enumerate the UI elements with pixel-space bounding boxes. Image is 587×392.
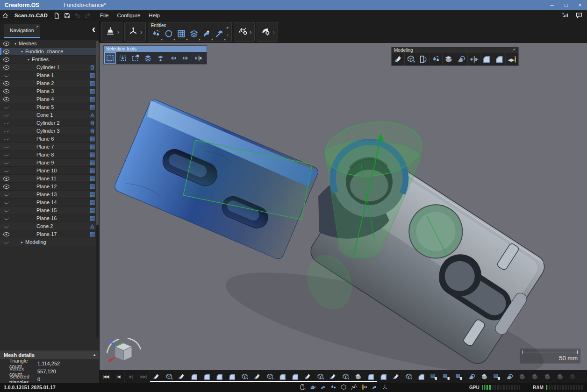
tree-item-meshes[interactable]: ▾Meshes <box>0 40 99 48</box>
timeline-step-cut-cube[interactable] <box>529 370 541 383</box>
step-back-button[interactable]: |◀ <box>112 370 125 383</box>
tree-item-plane-12[interactable]: Plane 12 <box>0 183 99 191</box>
plane-grid-button[interactable]: ▾ <box>175 29 188 41</box>
chevron-down-icon[interactable]: ▾ <box>25 57 32 62</box>
selection-bounds-button[interactable] <box>192 52 205 64</box>
eye-closed-icon[interactable] <box>0 238 12 246</box>
tree-item-plane-17[interactable]: Plane 17 <box>0 230 99 238</box>
eye-closed-icon[interactable] <box>0 199 12 207</box>
chamfer-button[interactable] <box>493 53 505 65</box>
next-selection-button[interactable] <box>179 52 192 64</box>
axis-system-icon[interactable] <box>381 384 388 392</box>
eye-open-icon[interactable] <box>0 95 12 103</box>
timeline-step-extract-cube[interactable] <box>402 370 415 383</box>
save-button[interactable] <box>62 11 72 20</box>
fillet-button[interactable] <box>480 53 493 65</box>
minimize-button[interactable]: – <box>545 0 559 10</box>
surface-patch-button[interactable]: ▾ <box>200 29 213 41</box>
eye-open-icon[interactable] <box>0 40 12 48</box>
extract-cube-button[interactable] <box>404 53 417 65</box>
eye-closed-icon[interactable] <box>0 127 12 135</box>
primitives-droplets-icon[interactable] <box>330 384 337 392</box>
tree-item-plane-9[interactable]: Plane 9 <box>0 159 99 167</box>
chevron-down-icon[interactable]: ▾ <box>12 42 19 46</box>
edit-surface-button[interactable] <box>392 53 404 65</box>
eye-open-icon[interactable] <box>0 183 12 191</box>
transform-selection-button[interactable] <box>116 52 129 64</box>
deviation-analysis-button[interactable] <box>505 53 518 65</box>
home-button[interactable] <box>0 11 10 20</box>
menu-help[interactable]: Help <box>144 11 164 20</box>
tree-item-plane-6[interactable]: Plane 6 <box>0 135 99 143</box>
eye-closed-icon[interactable] <box>0 135 12 143</box>
through-layers-selection-button[interactable] <box>142 52 154 64</box>
menu-configure[interactable]: Configure <box>113 11 144 20</box>
module-label[interactable]: Scan-to-CAD <box>10 11 52 20</box>
tree-item-cylinder-3[interactable]: Cylinder 3 <box>0 127 99 135</box>
timeline-step-revolve-shape[interactable] <box>465 370 478 383</box>
pin-icon[interactable] <box>35 24 39 29</box>
eye-open-icon[interactable] <box>0 48 12 56</box>
timeline-step-export-page[interactable] <box>453 370 465 383</box>
timeline-step-cut-cube[interactable] <box>478 370 491 383</box>
eye-open-icon[interactable] <box>0 56 12 64</box>
feedback-button[interactable]: ? <box>574 11 584 20</box>
tree-item-plane-3[interactable]: Plane 3 <box>0 87 99 95</box>
tree-item-modeling[interactable]: ▸Modeling <box>0 238 99 246</box>
tree-item-cone-2[interactable]: Cone 2 <box>0 222 99 230</box>
circle-entity-button[interactable]: ▾ <box>163 29 175 41</box>
timeline-step-chamfer[interactable] <box>415 370 428 383</box>
timeline-step-cut-cube[interactable] <box>554 370 566 383</box>
collapse-group-chevron[interactable]: ‹ <box>227 31 229 38</box>
expand-group-chevron[interactable]: › <box>272 29 274 36</box>
eye-closed-icon[interactable] <box>0 222 12 230</box>
view-cube[interactable] <box>107 338 141 362</box>
eye-closed-icon[interactable] <box>0 103 12 111</box>
expand-group-chevron[interactable]: › <box>117 29 119 36</box>
maximize-button[interactable]: □ <box>559 0 573 10</box>
timeline-step-cut-cube[interactable] <box>566 370 579 383</box>
mouse-button-1-icon[interactable]: 1 <box>299 384 306 392</box>
previous-selection-button[interactable] <box>167 52 179 64</box>
eye-closed-icon[interactable] <box>0 167 12 175</box>
bounding-cage-icon[interactable] <box>340 384 347 392</box>
visible-layer-selection-button[interactable] <box>154 52 167 64</box>
surface-tool-icon[interactable] <box>320 384 327 392</box>
step-forward-button[interactable]: ▶| <box>125 370 137 383</box>
eye-closed-icon[interactable] <box>0 207 12 214</box>
colorbar-visibility-icon[interactable] <box>361 384 368 392</box>
close-button[interactable]: × <box>573 0 587 10</box>
eye-closed-icon[interactable] <box>0 159 12 167</box>
expand-group-chevron[interactable]: › <box>250 29 251 36</box>
chevron-down-icon[interactable]: ▾ <box>19 50 25 54</box>
undo-button[interactable] <box>72 11 83 20</box>
skip-to-end-button[interactable]: ▶▶| <box>137 370 150 383</box>
eye-closed-icon[interactable] <box>0 151 12 159</box>
chevron-right-icon[interactable]: ▸ <box>19 240 25 244</box>
viewport-3d[interactable]: Selection tools Modeling 50 mm <box>100 43 587 370</box>
rectangle-selection-button[interactable] <box>104 52 116 64</box>
eye-closed-icon[interactable] <box>0 119 12 127</box>
pin-icon[interactable] <box>225 23 229 28</box>
flip-plane-button[interactable] <box>417 53 430 65</box>
tree-item-plane-14[interactable]: Plane 14 <box>0 199 99 207</box>
eye-closed-icon[interactable] <box>0 71 12 79</box>
selection-tools-header[interactable]: Selection tools <box>104 46 207 52</box>
redo-button[interactable] <box>83 11 93 20</box>
eye-closed-icon[interactable] <box>0 143 12 151</box>
timeline-step-cut-cube[interactable] <box>541 370 554 383</box>
modeling-palette-header[interactable]: Modeling <box>392 47 518 53</box>
tree-item-plane-8[interactable]: Plane 8 <box>0 151 99 159</box>
mesh-wrench-button[interactable] <box>236 26 249 38</box>
eye-open-icon[interactable] <box>0 230 12 238</box>
eye-closed-icon[interactable] <box>0 191 12 199</box>
hammer-tool-button[interactable]: ▾ <box>213 29 226 41</box>
network-status-button[interactable] <box>560 11 570 20</box>
expand-group-chevron[interactable]: › <box>140 29 142 36</box>
cut-cube-button[interactable] <box>442 53 455 65</box>
tree-item-plane-16[interactable]: Plane 16 <box>0 214 99 222</box>
histogram-icon[interactable] <box>351 384 358 392</box>
tab-navigation[interactable]: Navigation <box>4 24 40 38</box>
timeline-step-fillet[interactable] <box>377 370 390 383</box>
fit-primitives-button[interactable] <box>430 53 442 65</box>
